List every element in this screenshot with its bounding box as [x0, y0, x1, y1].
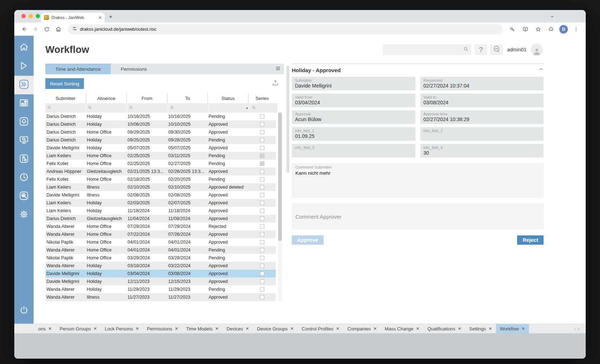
series-checkbox[interactable] — [260, 130, 264, 134]
global-search-input[interactable] — [386, 47, 463, 53]
close-icon[interactable]: ✕ — [336, 326, 339, 331]
series-checkbox[interactable] — [260, 146, 264, 150]
sidebar-item-logout[interactable] — [14, 301, 34, 320]
install-app-icon[interactable] — [521, 25, 530, 34]
module-tab-time-models[interactable]: Time Models✕ — [182, 324, 222, 334]
table-row[interactable]: Darius DietrichHoliday10/16/202510/16/20… — [45, 113, 276, 120]
minimize-window-button[interactable] — [29, 14, 33, 18]
table-row[interactable]: Wanda AltererIllness11/27/202311/27/2023… — [45, 293, 276, 301]
close-icon[interactable]: ✕ — [521, 326, 525, 331]
column-header-series[interactable]: Series — [248, 93, 276, 103]
table-row[interactable]: Andreas HöppnerGleitzeitausgleich02/21/2… — [45, 168, 276, 175]
new-tab-button[interactable]: + — [109, 13, 112, 21]
column-header-to[interactable]: To — [167, 93, 208, 103]
password-key-icon[interactable] — [508, 25, 517, 34]
close-icon[interactable]: ✕ — [373, 326, 377, 331]
column-header-submitter[interactable]: Submitter — [45, 93, 86, 103]
close-icon[interactable]: ✕ — [175, 326, 178, 331]
series-checkbox[interactable] — [260, 264, 264, 268]
site-settings-icon[interactable] — [72, 26, 77, 33]
table-row[interactable]: Davide MelligriniHoliday12/11/202312/15/… — [45, 278, 276, 285]
table-row[interactable]: Wanda AltererHome Office07/29/202407/29/… — [45, 223, 276, 230]
series-checkbox[interactable] — [260, 232, 264, 236]
series-checkbox[interactable] — [260, 185, 264, 189]
close-icon[interactable]: ✕ — [416, 326, 420, 331]
zoom-window-button[interactable] — [36, 14, 40, 18]
tab-permissions[interactable]: Permissions — [111, 64, 157, 74]
detail-field-approval-time[interactable]: Approval time02/27/2024 10:38:29 — [420, 110, 544, 124]
column-header-status[interactable]: Status — [208, 93, 248, 103]
sidebar-item-personnel[interactable] — [14, 150, 34, 169]
close-window-button[interactable] — [21, 14, 26, 18]
sidebar-item-settings[interactable] — [14, 206, 34, 224]
scrollbar-thumb[interactable] — [278, 113, 282, 241]
table-row[interactable]: Nikolai PaplikHome Office04/01/202404/01… — [45, 238, 276, 246]
series-checkbox[interactable] — [260, 177, 264, 181]
series-checkbox[interactable] — [260, 287, 264, 291]
tab-time-and-attendance[interactable]: Time and Attendance — [45, 64, 111, 74]
filter-absence[interactable] — [86, 103, 127, 113]
browser-tab[interactable]: Drakos - JaniWeb ✕ — [41, 13, 105, 23]
table-row[interactable]: Wanda AltererHoliday11/29/202311/29/2023… — [45, 285, 276, 293]
detail-field-info_feld_4[interactable]: info_feld_430 — [420, 144, 544, 158]
collapse-chevron-icon[interactable] — [539, 67, 544, 73]
browser-profile-avatar[interactable]: D — [559, 25, 568, 34]
detail-field-valid-to[interactable]: Valid to03/08/2024 — [420, 94, 544, 107]
filter-series[interactable] — [250, 103, 278, 113]
address-bar[interactable]: drakos.janicloud.de/janiweb/outest.risc — [68, 24, 503, 34]
series-checkbox[interactable] — [260, 122, 264, 126]
detail-field-approval[interactable]: ApprovalAcun Bülow — [292, 110, 415, 124]
close-icon[interactable]: ✕ — [93, 326, 97, 331]
extensions-puzzle-icon[interactable] — [546, 25, 556, 34]
search-icon[interactable] — [463, 46, 469, 53]
detail-field-requested[interactable]: Requested02/27/2024 10:37:04 — [420, 77, 544, 90]
module-tab-permissions[interactable]: Permissions✕ — [143, 324, 182, 334]
series-checkbox[interactable] — [260, 240, 264, 244]
status-filter-dropdown-icon[interactable]: ▾ — [246, 106, 248, 110]
detail-field-info_feld_3[interactable]: info_feld_3 — [292, 144, 415, 158]
tab-menu-icon[interactable] — [275, 66, 281, 73]
help-button[interactable]: ? — [474, 44, 487, 55]
series-checkbox[interactable] — [260, 248, 264, 252]
module-tab-lock-persons[interactable]: Lock Persons✕ — [101, 324, 143, 334]
module-tab-ons[interactable]: ons✕ — [34, 324, 56, 334]
reset-sorting-button[interactable]: Reset Sorting — [45, 78, 84, 89]
tab-search-chevron-icon[interactable] — [550, 14, 554, 20]
table-row[interactable]: Felix KolletHome Office02/18/202502/20/2… — [45, 175, 276, 183]
series-checkbox[interactable] — [260, 138, 264, 142]
module-tab-workflow[interactable]: Workflow✕ — [496, 324, 529, 334]
filter-from[interactable] — [127, 103, 168, 113]
close-icon[interactable]: ✕ — [245, 326, 249, 331]
table-row[interactable]: Liam KeilersIllness02/10/202502/10/2025A… — [45, 183, 276, 191]
table-row[interactable]: Darius DietrichGleitzeitausgleich11/04/2… — [45, 215, 276, 223]
filter-submitter[interactable] — [45, 103, 86, 113]
sidebar-item-reports[interactable] — [14, 187, 34, 206]
module-tab-mass-change[interactable]: Mass Change✕ — [381, 324, 423, 334]
home-icon[interactable] — [54, 25, 63, 34]
series-checkbox[interactable] — [260, 114, 264, 119]
table-row[interactable]: Liam KeilersHoliday02/03/202502/07/2025A… — [45, 199, 276, 207]
sidebar-item-workflow[interactable] — [14, 76, 34, 94]
comment-approver-box[interactable]: Comment Approver — [292, 203, 544, 230]
series-checkbox[interactable] — [260, 295, 264, 299]
series-checkbox[interactable] — [260, 209, 264, 213]
series-checkbox[interactable]: ✓ — [260, 154, 264, 158]
table-row[interactable]: Liam KeilersHoliday11/18/202411/18/2024A… — [45, 207, 276, 215]
tab-close-icon[interactable]: ✕ — [99, 15, 102, 20]
close-icon[interactable]: ✕ — [290, 326, 294, 331]
series-checkbox[interactable] — [260, 193, 264, 197]
sidebar-item-persons[interactable] — [14, 94, 34, 113]
table-row[interactable]: Nikolai PaplikHome Office03/29/202403/29… — [45, 254, 276, 262]
forward-icon[interactable] — [31, 25, 40, 34]
close-icon[interactable]: ✕ — [489, 326, 492, 331]
module-tab-companies[interactable]: Companies✕ — [344, 324, 381, 334]
sidebar-item-bookings[interactable] — [14, 57, 34, 76]
global-search[interactable] — [383, 44, 471, 55]
table-row[interactable]: Wanda AltererHome Office07/22/202407/26/… — [45, 230, 276, 238]
sidebar-item-time[interactable] — [14, 169, 34, 187]
series-checkbox[interactable]: ✓ — [260, 161, 264, 166]
table-row[interactable]: Davide MelligriniHoliday03/04/202403/08/… — [45, 270, 276, 278]
sidebar-item-monitoring[interactable] — [14, 131, 34, 150]
user-avatar[interactable] — [531, 44, 543, 56]
table-scrollbar[interactable] — [278, 113, 282, 301]
